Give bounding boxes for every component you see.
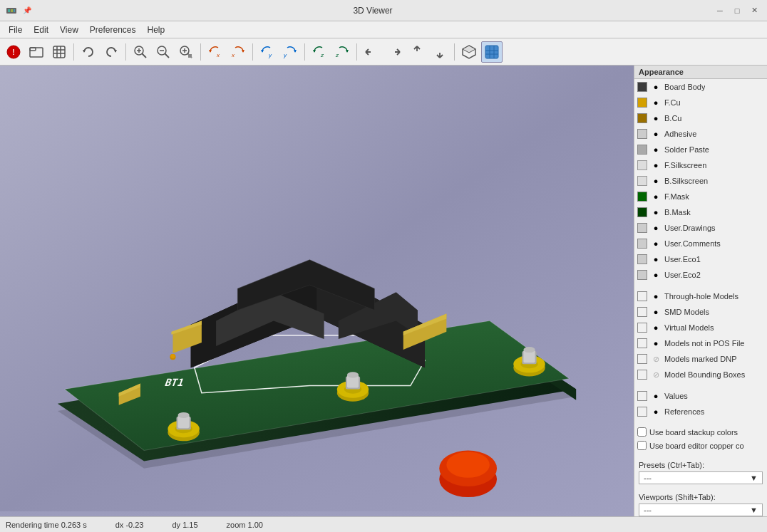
- layer-bcu[interactable]: ● B.Cu: [634, 110, 767, 126]
- rotate-x-cw-button[interactable]: x: [227, 41, 249, 63]
- viewport-3d[interactable]: BT1: [0, 66, 634, 516]
- fmask-visibility[interactable]: ●: [650, 191, 662, 202]
- undo-button[interactable]: [78, 41, 99, 63]
- rotate-z-ccw-button[interactable]: z: [309, 41, 330, 63]
- values-label: Values: [664, 392, 688, 400]
- rotate-x-ccw-button[interactable]: x: [205, 41, 226, 63]
- flip-left-button[interactable]: [361, 41, 382, 63]
- bmask-label: B.Mask: [664, 208, 691, 217]
- layer-user-drawings[interactable]: ● User.Drawings: [634, 220, 767, 236]
- close-button[interactable]: ✕: [747, 4, 761, 17]
- flip-down-button[interactable]: [429, 41, 451, 63]
- minimize-button[interactable]: ─: [713, 4, 727, 17]
- rotate-y-cw-button[interactable]: y: [279, 41, 301, 63]
- models-not-in-pos-visibility[interactable]: ●: [650, 338, 662, 349]
- layer-user-eco1[interactable]: ● User.Eco1: [634, 251, 767, 267]
- layer-user-comments[interactable]: ● User.Comments: [634, 236, 767, 251]
- adhesive-visibility[interactable]: ●: [650, 128, 662, 140]
- user-drawings-visibility[interactable]: ●: [650, 222, 662, 234]
- pin-icon[interactable]: 📌: [21, 5, 33, 16]
- layer-virtual-models[interactable]: ● Virtual Models: [634, 320, 767, 335]
- layer-values[interactable]: ● Values: [634, 388, 767, 404]
- values-visibility[interactable]: ●: [650, 390, 662, 402]
- viewports-label: Viewports (Shift+Tab):: [639, 493, 763, 501]
- stackup-colors-checkbox[interactable]: [637, 427, 647, 437]
- model-bounding-visibility[interactable]: ⊘: [650, 369, 662, 380]
- layer-bsilkscreen[interactable]: ● B.Silkscreen: [634, 173, 767, 189]
- bsilkscreen-visibility[interactable]: ●: [650, 175, 662, 187]
- bcu-visibility[interactable]: ●: [650, 113, 662, 124]
- copper-colors-checkbox[interactable]: [637, 441, 647, 450]
- copper-colors-row: Use board editor copper co: [634, 439, 767, 452]
- smd-models-visibility[interactable]: ●: [650, 306, 662, 318]
- new-button[interactable]: !: [3, 41, 24, 63]
- models-dnp-visibility[interactable]: ⊘: [650, 353, 662, 365]
- references-visibility[interactable]: ●: [650, 406, 662, 417]
- zoom-out-button[interactable]: [153, 41, 174, 63]
- svg-marker-27: [209, 50, 212, 53]
- viewports-dropdown[interactable]: --- ▼: [639, 504, 763, 516]
- svg-rect-2: [11, 9, 13, 12]
- bmask-visibility[interactable]: ●: [650, 207, 662, 218]
- sep-6: [356, 43, 357, 61]
- rotate-z-cw-button[interactable]: z: [331, 41, 353, 63]
- menu-view[interactable]: View: [54, 22, 84, 38]
- zoom-fit-button[interactable]: [175, 41, 197, 63]
- svg-text:y: y: [283, 52, 287, 58]
- layer-models-dnp[interactable]: ⊘ Models marked DNP: [634, 351, 767, 367]
- layers-scroll[interactable]: ● Board Body ● F.Cu ● B.Cu ● Adhesive ●: [634, 79, 767, 516]
- svg-marker-40: [463, 46, 475, 53]
- viewports-section: Viewports (Shift+Tab): --- ▼: [634, 490, 767, 516]
- menu-file[interactable]: File: [3, 22, 28, 38]
- layer-references[interactable]: ● References: [634, 404, 767, 419]
- menu-preferences[interactable]: Preferences: [84, 22, 142, 38]
- solder-paste-visibility[interactable]: ●: [650, 144, 662, 155]
- reload-button[interactable]: [48, 41, 70, 63]
- redo-button[interactable]: [101, 41, 122, 63]
- virtual-models-visibility[interactable]: ●: [650, 322, 662, 333]
- layer-models-not-in-pos[interactable]: ● Models not in POS File: [634, 335, 767, 351]
- open-button[interactable]: [26, 41, 47, 63]
- menu-help[interactable]: Help: [142, 22, 171, 38]
- flip-up-button[interactable]: [406, 41, 428, 63]
- board-body-visibility[interactable]: ●: [650, 81, 662, 93]
- layer-through-hole-models[interactable]: ● Through-hole Models: [634, 288, 767, 304]
- user-comments-visibility[interactable]: ●: [650, 238, 662, 249]
- layer-fmask[interactable]: ● F.Mask: [634, 189, 767, 204]
- fsilkscreen-visibility[interactable]: ●: [650, 160, 662, 171]
- flip-right-button[interactable]: [384, 41, 405, 63]
- layer-fsilkscreen[interactable]: ● F.Silkscreen: [634, 157, 767, 173]
- user-eco1-color: [637, 254, 647, 264]
- view-3d-button[interactable]: [458, 41, 480, 63]
- sep-4: [252, 43, 253, 61]
- menu-edit[interactable]: Edit: [28, 22, 54, 38]
- layer-user-eco2[interactable]: ● User.Eco2: [634, 267, 767, 283]
- layer-adhesive[interactable]: ● Adhesive: [634, 126, 767, 142]
- svg-rect-41: [485, 46, 498, 58]
- layer-solder-paste[interactable]: ● Solder Paste: [634, 142, 767, 157]
- layer-model-bounding-boxes[interactable]: ⊘ Model Bounding Boxes: [634, 367, 767, 382]
- layer-bmask[interactable]: ● B.Mask: [634, 204, 767, 220]
- svg-text:x: x: [231, 52, 235, 58]
- view-layers-button[interactable]: [481, 41, 503, 63]
- rotate-y-ccw-button[interactable]: y: [257, 41, 278, 63]
- user-drawings-label: User.Drawings: [664, 224, 716, 232]
- user-drawings-color: [637, 223, 647, 233]
- layer-fcu[interactable]: ● F.Cu: [634, 95, 767, 110]
- maximize-button[interactable]: □: [730, 4, 744, 17]
- adhesive-label: Adhesive: [664, 130, 696, 138]
- presets-dropdown[interactable]: --- ▼: [639, 471, 763, 484]
- references-label: References: [664, 407, 704, 416]
- svg-marker-37: [346, 50, 349, 53]
- presets-label: Presets (Ctrl+Tab):: [639, 461, 763, 469]
- user-eco1-visibility[interactable]: ●: [650, 254, 662, 265]
- appearance-header: Appearance: [634, 66, 767, 79]
- fcu-visibility[interactable]: ●: [650, 97, 662, 108]
- through-hole-visibility[interactable]: ●: [650, 291, 662, 302]
- layer-board-body[interactable]: ● Board Body: [634, 79, 767, 95]
- layer-divider-2: [634, 382, 767, 388]
- layer-smd-models[interactable]: ● SMD Models: [634, 304, 767, 320]
- layer-divider-1: [634, 283, 767, 288]
- user-eco2-visibility[interactable]: ●: [650, 269, 662, 281]
- zoom-in-button[interactable]: [130, 41, 151, 63]
